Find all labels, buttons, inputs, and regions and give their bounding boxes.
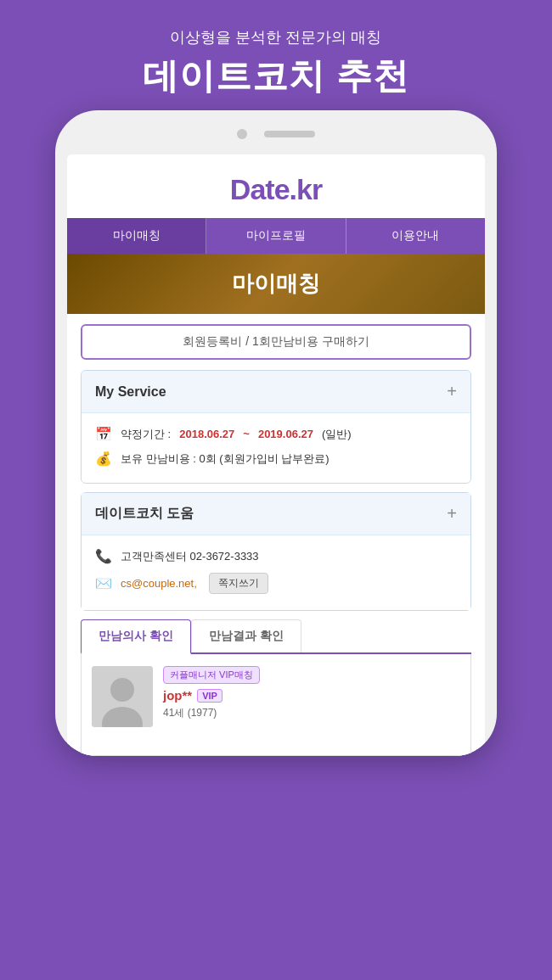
calendar-icon: 📅 bbox=[95, 426, 112, 442]
section-banner: 마이매칭 bbox=[67, 254, 485, 314]
help-card-title: 데이트코치 도움 bbox=[95, 505, 194, 523]
phone-number: 고객만족센터 02-3672-3333 bbox=[121, 549, 259, 564]
help-expand[interactable]: + bbox=[447, 504, 457, 524]
help-card-body: 📞 고객만족센터 02-3672-3333 ✉️ cs@couple.net, … bbox=[82, 535, 470, 610]
tab-meeting-result[interactable]: 만남결과 확인 bbox=[191, 619, 301, 652]
message-button[interactable]: 쪽지쓰기 bbox=[209, 573, 268, 594]
svg-point-1 bbox=[110, 678, 134, 702]
tab-meeting-intention[interactable]: 만남의사 확인 bbox=[81, 619, 191, 654]
phone-speaker bbox=[264, 131, 315, 137]
logo-area: Date.kr bbox=[67, 154, 485, 218]
meeting-cost-row: 💰 보유 만남비용 : 0회 (회원가입비 납부완료) bbox=[95, 446, 457, 471]
meeting-content: 커플매니저 VIP매칭 jop** VIP 41세 (1977) bbox=[81, 654, 471, 756]
vip-badge: 커플매니저 VIP매칭 bbox=[163, 666, 260, 684]
match-info: 커플매니저 VIP매칭 jop** VIP 41세 (1977) bbox=[163, 666, 460, 743]
phone-camera bbox=[237, 129, 247, 139]
phone-frame: Date.kr 마이매칭 마이프로필 이용안내 마이매칭 회원등록비 / 1회만… bbox=[55, 110, 497, 756]
nav-tab-my-profile[interactable]: 마이프로필 bbox=[206, 218, 346, 254]
help-card-header: 데이트코치 도움 + bbox=[82, 493, 470, 535]
my-service-header: My Service + bbox=[82, 371, 470, 412]
avatar bbox=[92, 666, 153, 727]
purchase-btn-area: 회원등록비 / 1회만남비용 구매하기 bbox=[67, 314, 485, 370]
contract-tilde: ~ bbox=[243, 428, 250, 440]
purchase-button[interactable]: 회원등록비 / 1회만남비용 구매하기 bbox=[81, 324, 471, 360]
nav-tab-my-matching[interactable]: 마이매칭 bbox=[67, 218, 206, 254]
phone-icon: 📞 bbox=[95, 548, 112, 564]
email-address[interactable]: cs@couple.net, bbox=[121, 577, 197, 590]
phone-row: 📞 고객만족센터 02-3672-3333 bbox=[95, 544, 457, 568]
help-card: 데이트코치 도움 + 📞 고객만족센터 02-3672-3333 ✉️ cs@c… bbox=[81, 492, 471, 611]
contract-start: 2018.06.27 bbox=[179, 428, 234, 440]
my-service-body: 📅 약정기간 : 2018.06.27 ~ 2019.06.27 (일반) 💰 … bbox=[82, 412, 470, 483]
phone-top-bar bbox=[55, 129, 497, 154]
header-section: 이상형을 분석한 전문가의 매칭 데이트코치 추천 bbox=[0, 0, 552, 100]
email-row: ✉️ cs@couple.net, 쪽지쓰기 bbox=[95, 568, 457, 598]
header-subtitle: 이상형을 분석한 전문가의 매칭 bbox=[0, 27, 552, 48]
vip-label: VIP bbox=[197, 689, 222, 703]
contract-type: (일반) bbox=[322, 427, 352, 442]
meeting-tabs: 만남의사 확인 만남결과 확인 bbox=[81, 619, 471, 654]
match-age: 41세 (1977) bbox=[163, 706, 460, 720]
my-service-expand[interactable]: + bbox=[447, 382, 457, 401]
contract-label: 약정기간 : bbox=[121, 427, 171, 442]
coin-icon: 💰 bbox=[95, 451, 112, 467]
logo: Date.kr bbox=[230, 173, 322, 205]
match-username: jop** bbox=[163, 688, 192, 703]
meeting-cost-label: 보유 만남비용 : 0회 (회원가입비 납부완료) bbox=[121, 451, 330, 467]
match-name-row: jop** VIP bbox=[163, 688, 460, 703]
nav-tab-usage-guide[interactable]: 이용안내 bbox=[346, 218, 485, 254]
contract-row: 📅 약정기간 : 2018.06.27 ~ 2019.06.27 (일반) bbox=[95, 422, 457, 446]
contract-end: 2019.06.27 bbox=[258, 428, 313, 440]
my-service-card: My Service + 📅 약정기간 : 2018.06.27 ~ 2019.… bbox=[81, 370, 471, 484]
nav-tabs: 마이매칭 마이프로필 이용안내 bbox=[67, 218, 485, 254]
section-banner-text: 마이매칭 bbox=[232, 271, 320, 296]
mail-icon: ✉️ bbox=[95, 575, 112, 591]
my-service-title: My Service bbox=[95, 384, 166, 400]
screen: Date.kr 마이매칭 마이프로필 이용안내 마이매칭 회원등록비 / 1회만… bbox=[67, 154, 485, 756]
header-title: 데이트코치 추천 bbox=[0, 53, 552, 100]
